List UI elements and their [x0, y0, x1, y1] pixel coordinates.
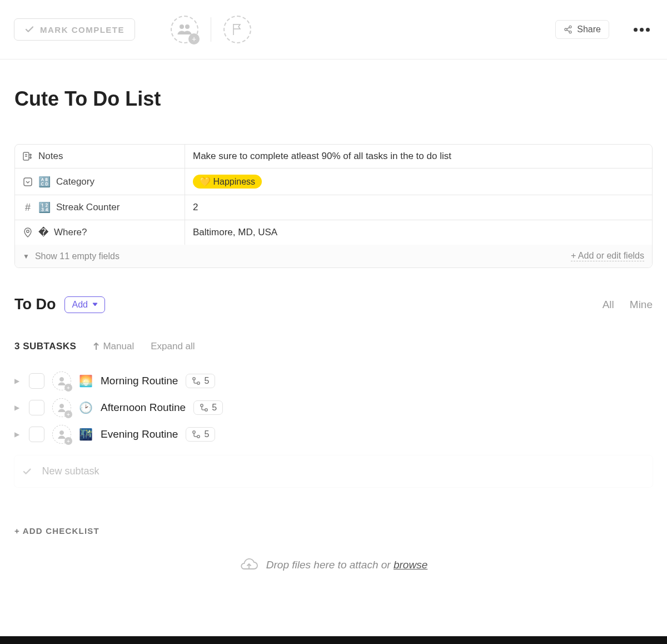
- assignees-button[interactable]: +: [171, 16, 198, 43]
- check-icon: [24, 24, 34, 34]
- filter-mine[interactable]: Mine: [630, 299, 653, 311]
- add-edit-fields[interactable]: + Add or edit fields: [571, 251, 644, 261]
- subtask-count-value: 5: [204, 376, 209, 386]
- subtask-icon: [200, 403, 208, 412]
- svg-point-11: [60, 404, 64, 408]
- task-checkbox[interactable]: [29, 427, 44, 442]
- svg-point-8: [60, 378, 64, 382]
- mark-complete-label: MARK COMPLETE: [40, 25, 125, 34]
- expand-caret-icon[interactable]: ▶: [14, 377, 21, 385]
- subtask-count-pill[interactable]: 5: [193, 400, 223, 415]
- svg-point-15: [193, 431, 195, 433]
- field-label: Streak Counter: [56, 202, 120, 213]
- share-button[interactable]: Share: [555, 20, 609, 39]
- task-row[interactable]: ▶ + 🌃 Evening Routine 5: [14, 421, 653, 448]
- location-field-icon: [23, 227, 33, 237]
- subtask-count-pill[interactable]: 5: [186, 374, 215, 388]
- task-checkbox[interactable]: [29, 400, 44, 415]
- subtask-count-pill[interactable]: 5: [186, 427, 215, 442]
- field-label: Category: [56, 176, 94, 187]
- task-name[interactable]: Evening Routine: [101, 428, 178, 440]
- field-label: Notes: [38, 151, 63, 162]
- dot-icon: [634, 28, 638, 32]
- field-row-streak[interactable]: # 🔢 Streak Counter 2: [15, 195, 652, 220]
- subtask-count-value: 5: [212, 403, 217, 413]
- show-empty-fields[interactable]: Show 11 empty fields: [35, 251, 120, 261]
- divider: [211, 17, 211, 42]
- people-icon: [177, 23, 192, 36]
- plus-badge-icon: +: [64, 410, 72, 418]
- share-label: Share: [577, 24, 601, 34]
- page-title: Cute To Do List: [14, 87, 653, 111]
- plus-badge-icon: +: [188, 33, 200, 44]
- expand-caret-icon[interactable]: ▶: [14, 404, 21, 412]
- field-emoji: 🔢: [38, 201, 51, 214]
- plus-badge-icon: +: [64, 437, 72, 445]
- arrow-up-icon: [93, 343, 99, 350]
- caret-down-icon: [92, 303, 98, 307]
- task-name[interactable]: Morning Routine: [101, 375, 178, 387]
- new-subtask-input[interactable]: [42, 465, 645, 477]
- check-icon: [22, 467, 32, 477]
- mark-complete-button[interactable]: MARK COMPLETE: [14, 18, 135, 41]
- task-emoji-icon: 🕑: [79, 401, 93, 414]
- svg-point-0: [180, 24, 184, 29]
- cloud-upload-icon: [240, 558, 258, 572]
- svg-point-4: [569, 31, 571, 33]
- task-emoji-icon: 🌃: [79, 428, 93, 441]
- more-button[interactable]: [630, 24, 653, 35]
- category-tag[interactable]: 💛 Happiness: [193, 175, 262, 189]
- new-subtask-row[interactable]: [14, 455, 653, 487]
- expand-caret-icon[interactable]: ▶: [14, 430, 21, 438]
- add-checklist-button[interactable]: + ADD CHECKLIST: [14, 526, 653, 536]
- svg-point-13: [205, 409, 207, 411]
- field-row-notes[interactable]: Notes Make sure to complete atleast 90% …: [15, 145, 652, 169]
- subtask-icon: [192, 430, 201, 439]
- text-field-icon: [23, 152, 33, 161]
- field-value[interactable]: Baltimore, MD, USA: [185, 220, 652, 245]
- task-checkbox[interactable]: [29, 373, 44, 389]
- expand-all-button[interactable]: Expand all: [151, 341, 195, 352]
- share-icon: [564, 25, 573, 34]
- dot-icon: [646, 28, 650, 32]
- browse-link[interactable]: browse: [394, 559, 427, 571]
- svg-point-2: [569, 26, 571, 28]
- task-row[interactable]: ▶ + 🕑 Afternoon Routine 5: [14, 394, 653, 421]
- svg-point-16: [197, 435, 200, 438]
- add-label: Add: [72, 300, 87, 310]
- svg-point-1: [185, 24, 190, 29]
- field-value[interactable]: 💛 Happiness: [185, 169, 652, 195]
- field-label: Where?: [54, 227, 87, 238]
- assignee-button[interactable]: +: [52, 398, 71, 417]
- subtask-count-value: 5: [204, 429, 209, 439]
- task-row[interactable]: ▶ + 🌅 Morning Routine 5: [14, 368, 653, 394]
- sort-button[interactable]: Manual: [93, 341, 134, 352]
- field-row-category[interactable]: 🔠 Category 💛 Happiness: [15, 169, 652, 195]
- add-dropdown-button[interactable]: Add: [64, 296, 104, 313]
- task-emoji-icon: 🌅: [79, 374, 93, 388]
- svg-point-10: [197, 382, 200, 384]
- field-value[interactable]: 2: [185, 195, 652, 220]
- sort-label: Manual: [103, 341, 134, 352]
- svg-point-14: [60, 431, 64, 435]
- dot-icon: [640, 28, 644, 32]
- filter-all[interactable]: All: [603, 299, 614, 311]
- field-value[interactable]: Make sure to complete atleast 90% of all…: [185, 145, 652, 168]
- subtask-icon: [192, 377, 201, 385]
- svg-point-3: [565, 28, 567, 31]
- task-name[interactable]: Afternoon Routine: [101, 402, 186, 414]
- plus-badge-icon: +: [64, 384, 72, 392]
- assignee-button[interactable]: +: [52, 371, 71, 390]
- assignee-button[interactable]: +: [52, 425, 71, 444]
- field-row-where[interactable]: � Where? Baltimore, MD, USA: [15, 220, 652, 245]
- svg-rect-6: [24, 178, 32, 186]
- dropdown-field-icon: [23, 177, 33, 186]
- field-emoji: 🔠: [38, 176, 51, 188]
- attachment-dropzone[interactable]: Drop files here to attach or browse: [14, 558, 653, 589]
- flag-icon: [232, 23, 243, 36]
- number-field-icon: #: [23, 202, 33, 214]
- caret-down-icon: ▼: [23, 252, 29, 260]
- subtasks-count: 3 SUBTASKS: [14, 341, 76, 352]
- flag-button[interactable]: [223, 16, 251, 43]
- svg-point-12: [201, 404, 203, 407]
